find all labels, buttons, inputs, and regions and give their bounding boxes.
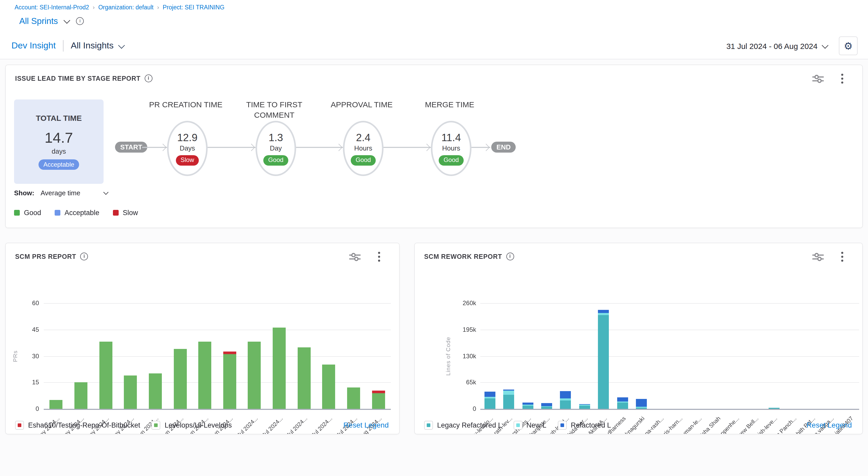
divider [63,40,63,52]
y-axis-title: PRs [12,350,18,362]
total-status-badge: Acceptable [39,159,79,170]
stage-circle[interactable]: 12.9 Days Slow [167,121,208,176]
legend-item[interactable]: Levelops/Ui-Levelops [152,421,232,430]
breadcrumb-account[interactable]: Account: SEI-Internal-Prod2 [14,4,89,10]
legend-item[interactable]: Esha610/Testing-Repo-Of-Bitbucket [15,421,140,430]
show-label: Show: [14,189,34,197]
stage-status-badge: Slow [176,155,199,165]
stage-name: PR CREATION TIME [144,99,227,110]
bar-segment [149,374,162,409]
gridline [480,356,859,356]
bar-segment [522,406,533,409]
bar-segment [636,408,647,409]
breadcrumb-separator: › [157,4,159,10]
legend-swatch [14,210,20,216]
bar-segment [223,352,236,354]
stage-approval[interactable]: APPROVAL TIME 2.4 Hours Good [320,99,403,214]
module-title[interactable]: Dev Insight [11,40,56,51]
chevron-down-icon[interactable] [118,42,125,48]
bar-segment [522,402,533,405]
total-time-unit: days [52,147,66,155]
bar-segment [579,405,590,406]
bar-segment [99,342,112,409]
stage-pr-creation[interactable]: PR CREATION TIME 12.9 Days Slow [144,99,227,214]
breadcrumb-separator: › [93,4,94,10]
bar-segment [503,391,514,395]
sprint-selector[interactable]: All Sprints i [19,16,84,26]
date-range-value[interactable]: 31 Jul 2024 - 06 Aug 2024 [726,41,817,50]
insight-selector[interactable]: All Insights [71,40,124,51]
scm-rework-panel: SCM REWORK REPORT i 065k130k195k260kLine… [414,243,863,434]
bar-segment [560,399,571,400]
show-value[interactable]: Average time [40,189,81,197]
stage-value: 11.4 [441,131,461,144]
stage-circle[interactable]: 1.3 Day Good [255,121,296,176]
bar-segment [198,342,211,409]
bar-segment [636,407,647,408]
reset-legend-link[interactable]: Reset Legend [807,421,852,429]
y-axis-tick: 0 [451,405,476,413]
bar-segment [598,315,609,409]
stage-name: MERGE TIME [408,99,491,110]
bar-segment [347,388,360,409]
stage-status-badge: Good [351,155,376,165]
y-axis-tick: 45 [16,326,39,333]
bar-segment [372,393,385,409]
legend-item: Slow [113,209,138,217]
sprint-selector-value[interactable]: All Sprints [19,16,58,26]
legend-label: Refactored L [571,421,611,429]
prs-bar-chart: 015304560PRs06 May 2024...13 May 2024...… [6,243,399,434]
breadcrumb-project[interactable]: Project: SEI TRAINING [163,4,224,10]
insight-selector-value[interactable]: All Insights [71,40,114,51]
stage-time-to-first-comment[interactable]: TIME TO FIRST COMMENT 1.3 Day Good [232,99,316,214]
legend-label: New L [526,421,547,429]
legend-swatch [15,421,24,430]
y-axis-tick: 130k [451,352,476,360]
bar-segment [50,400,63,409]
total-time-label: TOTAL TIME [36,114,82,122]
chevron-down-icon[interactable] [103,189,109,195]
gear-icon: ⚙ [844,40,852,52]
legend-label: Esha610/Testing-Repo-Of-Bitbucket [28,421,140,429]
legend-item[interactable]: New L [514,421,547,430]
stage-circle[interactable]: 2.4 Hours Good [343,121,383,176]
total-time-card: TOTAL TIME 14.7 days Acceptable [14,99,103,184]
stage-merge[interactable]: MERGE TIME 11.4 Hours Good [408,99,491,214]
y-axis-tick: 0 [16,405,39,413]
gridline [44,303,391,304]
settings-button[interactable]: ⚙ [839,36,858,55]
bar-segment [541,403,552,406]
date-range-picker[interactable]: 31 Jul 2024 - 06 Aug 2024 [726,41,828,50]
reset-legend-link[interactable]: Reset Legend [343,421,389,429]
stage-unit: Day [270,144,282,152]
bar-segment [484,399,495,409]
bar-segment [560,391,571,399]
stage-value: 1.3 [269,131,283,144]
y-axis-tick: 195k [451,326,476,333]
stage-circle[interactable]: 11.4 Hours Good [431,121,471,176]
bar-segment [560,400,571,409]
issue-lead-time-panel: ISSUE LEAD TIME BY STAGE REPORT i TOTAL … [5,65,863,228]
chevron-down-icon[interactable] [64,17,70,24]
legend-item[interactable]: Refactored L [558,421,611,430]
top-bar: Account: SEI-Internal-Prod2 › Organizati… [0,0,868,33]
kebab-menu-icon[interactable] [836,73,848,84]
legend-item[interactable]: Legacy Refactored L [424,421,502,430]
bar-segment [598,310,609,313]
chevron-down-icon[interactable] [822,42,828,48]
filter-sliders-icon[interactable] [812,73,824,84]
gridline [480,330,859,330]
bar-segment [768,408,779,409]
breadcrumb-organization[interactable]: Organization: default [98,4,154,10]
gridline [480,383,859,383]
legend-label: Slow [123,209,138,217]
legend-item: Acceptable [55,209,99,217]
stage-name: APPROVAL TIME [320,99,403,110]
stage-status-badge: Good [264,155,288,165]
y-axis-tick: 65k [451,379,476,386]
chart-legend: Legacy Refactored LNew LRefactored L [424,421,611,430]
bar-segment [124,375,137,409]
x-axis-line [480,409,859,410]
panel-title-text: ISSUE LEAD TIME BY STAGE REPORT [15,75,141,82]
gridline [44,383,391,383]
